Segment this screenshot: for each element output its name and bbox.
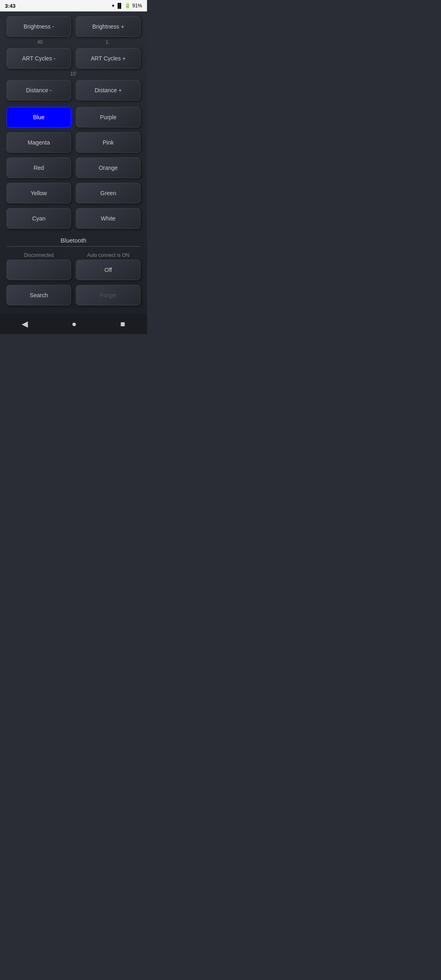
brightness-row: Brightness - Brightness + xyxy=(7,16,140,37)
brightness-inc-value: 1 xyxy=(74,39,140,45)
battery-percent: 91% xyxy=(132,3,142,9)
art-cycles-increase-button[interactable]: ART Cycles + xyxy=(76,48,140,69)
purple-button[interactable]: Purple xyxy=(76,107,140,127)
art-cycles-decrease-button[interactable]: ART Cycles - xyxy=(7,48,71,69)
blue-button[interactable]: Blue xyxy=(7,107,71,127)
yellow-green-row: Yellow Green xyxy=(7,183,140,203)
brightness-dec-value: 40 xyxy=(7,39,74,45)
battery-icon: 🔋 xyxy=(125,3,131,9)
magenta-pink-row: Magenta Pink xyxy=(7,132,140,153)
red-button[interactable]: Red xyxy=(7,158,71,178)
brightness-decrease-button[interactable]: Brightness - xyxy=(7,16,71,37)
home-button[interactable]: ● xyxy=(63,317,85,331)
magenta-button[interactable]: Magenta xyxy=(7,132,71,153)
disconnected-label: Disconnected xyxy=(7,252,71,258)
bluetooth-title: Bluetooth xyxy=(60,237,86,244)
art-cycles-row: ART Cycles - ART Cycles + xyxy=(7,48,140,69)
distance-row: Distance - Distance + xyxy=(7,80,140,100)
orange-button[interactable]: Orange xyxy=(76,158,140,178)
pink-button[interactable]: Pink xyxy=(76,132,140,153)
art-cycles-values: 15' xyxy=(7,71,140,77)
auto-connect-toggle-button[interactable]: Off xyxy=(76,260,140,280)
yellow-button[interactable]: Yellow xyxy=(7,183,71,203)
brightness-increase-button[interactable]: Brightness + xyxy=(76,16,140,37)
white-button[interactable]: White xyxy=(76,208,140,229)
auto-connect-label: Auto connect is ON xyxy=(76,252,140,258)
cyan-white-row: Cyan White xyxy=(7,208,140,229)
bluetooth-status-buttons: Off xyxy=(7,260,140,280)
status-bar: 3:43 ▾ ▐▌ 🔋 91% xyxy=(0,0,147,11)
bluetooth-divider xyxy=(7,246,140,247)
cyan-button[interactable]: Cyan xyxy=(7,208,71,229)
main-content: Brightness - Brightness + 40 1 ART Cycle… xyxy=(0,11,147,314)
nav-bar: ◀ ● ■ xyxy=(0,314,147,334)
bluetooth-device-button[interactable] xyxy=(7,260,71,280)
bluetooth-status-row: Disconnected Auto connect is ON xyxy=(7,252,140,258)
bluetooth-section: Bluetooth xyxy=(7,237,140,250)
back-button[interactable]: ◀ xyxy=(13,316,36,331)
blue-purple-row: Blue Purple xyxy=(7,107,140,127)
art-cycles-value: 15' xyxy=(7,71,140,77)
brightness-values: 40 1 xyxy=(7,39,140,45)
red-orange-row: Red Orange xyxy=(7,158,140,178)
forget-button[interactable]: Forget xyxy=(76,285,140,305)
search-forget-row: Search Forget xyxy=(7,285,140,305)
recents-button[interactable]: ■ xyxy=(112,317,133,331)
status-time: 3:43 xyxy=(5,3,16,9)
distance-increase-button[interactable]: Distance + xyxy=(76,80,140,100)
green-button[interactable]: Green xyxy=(76,183,140,203)
status-icons: ▾ ▐▌ 🔋 91% xyxy=(112,3,142,9)
wifi-icon: ▾ xyxy=(112,3,114,9)
search-button[interactable]: Search xyxy=(7,285,71,305)
signal-icon: ▐▌ xyxy=(116,3,123,9)
distance-decrease-button[interactable]: Distance - xyxy=(7,80,71,100)
